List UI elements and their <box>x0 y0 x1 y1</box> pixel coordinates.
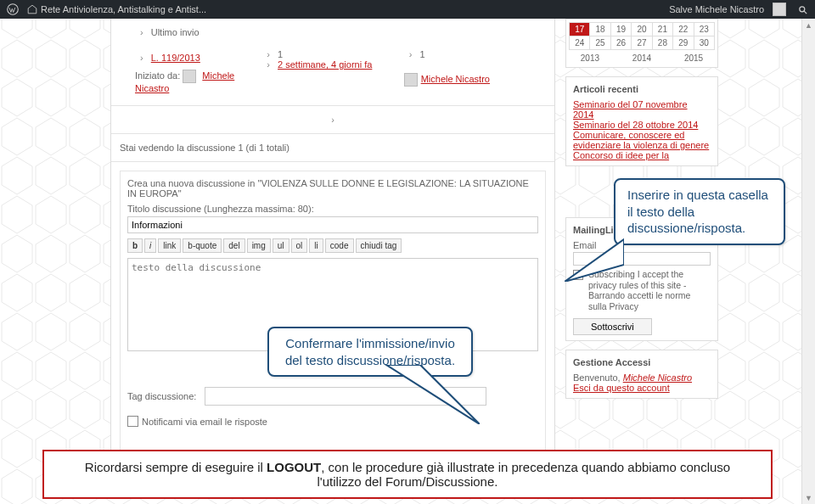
main-panel: › Ultimo invio › L. 119/2013 Iniziato da… <box>110 19 555 496</box>
user-link[interactable]: Michele Nicastro <box>623 372 692 383</box>
btn-close-tags[interactable]: chiudi tag <box>356 238 402 253</box>
search-icon[interactable] <box>798 3 808 14</box>
cal-day[interactable]: 27 <box>632 36 652 50</box>
recent-link[interactable]: Seminario del 28 ottobre 2014 <box>573 120 698 130</box>
cal-day[interactable]: 24 <box>570 36 590 50</box>
svg-marker-3 <box>565 239 624 282</box>
site-title[interactable]: Rete Antiviolenza, Antistalking e Antist… <box>27 4 206 14</box>
cal-day[interactable]: 26 <box>610 36 631 50</box>
checkbox-box[interactable] <box>127 416 138 427</box>
btn-italic[interactable]: i <box>144 238 156 253</box>
avatar <box>183 70 196 83</box>
avatar <box>404 73 418 87</box>
reminder-box: Ricordarsi sempre di eseguire il LOGOUT,… <box>42 450 773 499</box>
greeting[interactable]: Salve Michele Nicastro <box>669 4 764 14</box>
title-label: Titolo discussione (Lunghezza massima: 8… <box>127 204 538 214</box>
last-post-label: Ultimo invio <box>151 27 200 37</box>
cal-year[interactable]: 2013 <box>570 50 611 65</box>
cal-day[interactable]: 18 <box>590 23 610 36</box>
btn-ol[interactable]: ol <box>291 238 308 253</box>
cal-day[interactable]: 25 <box>590 36 610 50</box>
callout-textarea: Inserire in questa casella il testo dell… <box>614 178 785 245</box>
cal-day[interactable]: 23 <box>694 23 714 36</box>
btn-del[interactable]: del <box>223 238 244 253</box>
btn-ul[interactable]: ul <box>273 238 289 253</box>
new-disc-heading: Crea una nuova discussione in "VIOLENZA … <box>127 178 538 199</box>
callout-pointer-icon <box>565 231 624 282</box>
recent-title: Articoli recenti <box>573 84 711 94</box>
cal-year[interactable]: 2015 <box>673 50 715 65</box>
btn-li[interactable]: li <box>309 238 323 253</box>
title-input[interactable] <box>127 216 538 233</box>
viewing-text: Stai vedendo la discussione 1 (di 1 tota… <box>120 143 546 153</box>
recent-link[interactable]: Concorso di idee per la <box>573 150 669 160</box>
scroll-down-icon[interactable]: ▼ <box>802 491 815 504</box>
btn-bquote[interactable]: b-quote <box>183 238 222 253</box>
editor-toolbar: b i link b-quote del img ul ol li code c… <box>127 238 538 253</box>
cal-day[interactable]: 28 <box>652 36 672 50</box>
sep-caret: › <box>120 115 546 125</box>
cal-day[interactable]: 30 <box>694 36 714 50</box>
left-strip <box>0 19 110 436</box>
notify-label: Notificami via email le risposte <box>142 417 267 427</box>
btn-code[interactable]: code <box>325 238 354 253</box>
access-title: Gestione Accessi <box>573 357 711 367</box>
cal-day[interactable]: 21 <box>652 23 672 36</box>
svg-point-1 <box>800 6 805 11</box>
topic-link[interactable]: L. 119/2013 <box>151 53 200 63</box>
scroll-up-icon[interactable]: ▲ <box>802 19 815 31</box>
cal-year[interactable]: 2014 <box>610 50 672 65</box>
btn-img[interactable]: img <box>247 238 271 253</box>
svg-point-0 <box>8 4 19 15</box>
btn-bold[interactable]: b <box>127 238 143 253</box>
cal-day[interactable]: 29 <box>673 36 694 50</box>
recent-link[interactable]: Comunicare, conoscere ed evidenziare la … <box>573 130 709 150</box>
avatar[interactable] <box>773 3 786 16</box>
wp-logo-icon[interactable] <box>7 3 19 15</box>
author-link-2[interactable]: Michele Nicastro <box>421 74 490 84</box>
calendar[interactable]: 17 18 19 20 21 22 23 24 25 26 27 28 29 3… <box>569 22 715 64</box>
btn-link[interactable]: link <box>158 238 181 253</box>
callout-submit: Confermare l'immissione/invio del testo … <box>267 327 473 377</box>
reply-count: 1 <box>278 49 283 59</box>
logout-link[interactable]: Esci da questo account <box>573 383 670 393</box>
cal-day[interactable]: 20 <box>632 23 652 36</box>
tags-label: Tag discussione: <box>127 391 196 401</box>
subscribe-button[interactable]: Sottoscrivi <box>573 318 652 335</box>
callout-pointer-icon <box>369 365 480 424</box>
welcome-label: Benvenuto, <box>573 372 621 383</box>
recent-link[interactable]: Seminario del 07 novembre 2014 <box>573 99 688 120</box>
scrollbar[interactable]: ▲ ▼ <box>801 19 815 504</box>
voice-count: 1 <box>419 49 424 59</box>
freshness-link[interactable]: 2 settimane, 4 giorni fa <box>278 59 372 70</box>
cal-day[interactable]: 19 <box>610 23 631 36</box>
cal-day[interactable]: 22 <box>673 23 694 36</box>
svg-line-2 <box>804 11 807 14</box>
svg-marker-4 <box>386 365 480 424</box>
wp-admin-bar: Rete Antiviolenza, Antistalking e Antist… <box>0 0 815 19</box>
cal-day[interactable]: 17 <box>570 23 590 36</box>
started-by-label: Iniziato da: <box>135 70 180 81</box>
